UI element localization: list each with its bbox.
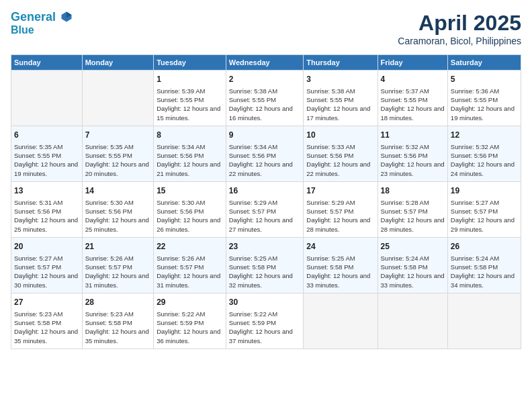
calendar-week-row: 27Sunrise: 5:23 AMSunset: 5:58 PMDayligh… <box>11 293 521 349</box>
day-info: Sunrise: 5:32 AMSunset: 5:56 PMDaylight:… <box>451 142 518 178</box>
day-info: Sunrise: 5:31 AMSunset: 5:56 PMDaylight:… <box>14 198 79 234</box>
day-number: 22 <box>157 241 223 253</box>
calendar-cell: 14Sunrise: 5:30 AMSunset: 5:56 PMDayligh… <box>82 181 154 237</box>
calendar-cell: 9Sunrise: 5:34 AMSunset: 5:56 PMDaylight… <box>226 126 304 181</box>
page-subtitle: Caramoran, Bicol, Philippines <box>398 36 521 46</box>
day-info: Sunrise: 5:23 AMSunset: 5:58 PMDaylight:… <box>14 310 79 345</box>
day-info: Sunrise: 5:26 AMSunset: 5:57 PMDaylight:… <box>157 254 223 289</box>
calendar-header-row: SundayMondayTuesdayWednesdayThursdayFrid… <box>11 55 521 71</box>
day-number: 19 <box>451 185 518 197</box>
day-info: Sunrise: 5:29 AMSunset: 5:57 PMDaylight:… <box>306 198 374 234</box>
page-header: General Blue April 2025 Caramoran, Bicol… <box>11 11 521 46</box>
calendar-table: SundayMondayTuesdayWednesdayThursdayFrid… <box>11 54 521 349</box>
page-title: April 2025 <box>398 11 521 36</box>
calendar-cell: 2Sunrise: 5:38 AMSunset: 5:55 PMDaylight… <box>226 71 304 126</box>
day-info: Sunrise: 5:28 AMSunset: 5:57 PMDaylight:… <box>381 198 445 234</box>
calendar-cell: 29Sunrise: 5:22 AMSunset: 5:59 PMDayligh… <box>154 293 226 349</box>
calendar-cell: 15Sunrise: 5:30 AMSunset: 5:56 PMDayligh… <box>154 181 226 237</box>
day-info: Sunrise: 5:24 AMSunset: 5:58 PMDaylight:… <box>381 254 445 289</box>
day-info: Sunrise: 5:22 AMSunset: 5:59 PMDaylight:… <box>157 310 223 345</box>
calendar-cell: 27Sunrise: 5:23 AMSunset: 5:58 PMDayligh… <box>11 293 83 349</box>
day-number: 27 <box>14 297 79 308</box>
day-number: 2 <box>229 74 301 85</box>
calendar-cell: 30Sunrise: 5:22 AMSunset: 5:59 PMDayligh… <box>226 293 304 349</box>
calendar-cell: 25Sunrise: 5:24 AMSunset: 5:58 PMDayligh… <box>378 237 447 293</box>
title-block: April 2025 Caramoran, Bicol, Philippines <box>398 11 521 46</box>
day-info: Sunrise: 5:23 AMSunset: 5:58 PMDaylight:… <box>85 310 151 345</box>
calendar-cell: 4Sunrise: 5:37 AMSunset: 5:55 PMDaylight… <box>378 71 447 126</box>
day-number: 11 <box>381 130 445 141</box>
day-info: Sunrise: 5:35 AMSunset: 5:55 PMDaylight:… <box>85 142 151 178</box>
calendar-cell: 7Sunrise: 5:35 AMSunset: 5:55 PMDaylight… <box>82 126 154 181</box>
day-number: 6 <box>14 130 79 141</box>
day-info: Sunrise: 5:33 AMSunset: 5:56 PMDaylight:… <box>306 142 374 178</box>
day-info: Sunrise: 5:36 AMSunset: 5:55 PMDaylight:… <box>451 87 518 122</box>
day-number: 29 <box>157 297 223 308</box>
day-info: Sunrise: 5:38 AMSunset: 5:55 PMDaylight:… <box>306 87 374 122</box>
calendar-cell: 16Sunrise: 5:29 AMSunset: 5:57 PMDayligh… <box>226 181 304 237</box>
calendar-cell: 22Sunrise: 5:26 AMSunset: 5:57 PMDayligh… <box>154 237 226 293</box>
day-info: Sunrise: 5:37 AMSunset: 5:55 PMDaylight:… <box>381 87 445 122</box>
day-header-monday: Monday <box>82 55 154 71</box>
day-number: 13 <box>14 185 79 197</box>
day-info: Sunrise: 5:27 AMSunset: 5:57 PMDaylight:… <box>451 198 518 234</box>
calendar-cell: 26Sunrise: 5:24 AMSunset: 5:58 PMDayligh… <box>447 237 521 293</box>
day-number: 14 <box>85 185 151 197</box>
calendar-cell: 8Sunrise: 5:34 AMSunset: 5:56 PMDaylight… <box>154 126 226 181</box>
calendar-cell <box>11 71 83 126</box>
day-info: Sunrise: 5:26 AMSunset: 5:57 PMDaylight:… <box>85 254 151 289</box>
calendar-cell: 13Sunrise: 5:31 AMSunset: 5:56 PMDayligh… <box>11 181 83 237</box>
day-number: 20 <box>14 241 79 253</box>
day-number: 7 <box>85 130 151 141</box>
day-number: 25 <box>381 241 445 253</box>
day-header-wednesday: Wednesday <box>226 55 304 71</box>
day-info: Sunrise: 5:30 AMSunset: 5:56 PMDaylight:… <box>157 198 223 234</box>
day-number: 24 <box>306 241 374 253</box>
calendar-cell: 23Sunrise: 5:25 AMSunset: 5:58 PMDayligh… <box>226 237 304 293</box>
day-info: Sunrise: 5:39 AMSunset: 5:55 PMDaylight:… <box>157 87 223 122</box>
calendar-cell <box>82 71 154 126</box>
day-info: Sunrise: 5:38 AMSunset: 5:55 PMDaylight:… <box>229 87 301 122</box>
day-number: 28 <box>85 297 151 308</box>
day-number: 5 <box>451 74 518 85</box>
calendar-cell <box>304 293 378 349</box>
day-info: Sunrise: 5:25 AMSunset: 5:58 PMDaylight:… <box>306 254 374 289</box>
day-number: 23 <box>229 241 301 253</box>
calendar-cell: 21Sunrise: 5:26 AMSunset: 5:57 PMDayligh… <box>82 237 154 293</box>
logo-icon <box>60 11 73 23</box>
day-header-sunday: Sunday <box>11 55 83 71</box>
day-number: 10 <box>306 130 374 141</box>
day-header-saturday: Saturday <box>447 55 521 71</box>
day-number: 30 <box>229 297 301 308</box>
day-number: 4 <box>381 74 445 85</box>
day-header-thursday: Thursday <box>304 55 378 71</box>
day-info: Sunrise: 5:24 AMSunset: 5:58 PMDaylight:… <box>451 254 518 289</box>
logo: General Blue <box>11 11 73 36</box>
day-header-friday: Friday <box>378 55 447 71</box>
calendar-cell: 19Sunrise: 5:27 AMSunset: 5:57 PMDayligh… <box>447 181 521 237</box>
day-info: Sunrise: 5:35 AMSunset: 5:55 PMDaylight:… <box>14 142 79 178</box>
calendar-cell: 10Sunrise: 5:33 AMSunset: 5:56 PMDayligh… <box>304 126 378 181</box>
calendar-cell: 17Sunrise: 5:29 AMSunset: 5:57 PMDayligh… <box>304 181 378 237</box>
day-number: 15 <box>157 185 223 197</box>
day-number: 17 <box>306 185 374 197</box>
calendar-cell: 18Sunrise: 5:28 AMSunset: 5:57 PMDayligh… <box>378 181 447 237</box>
day-info: Sunrise: 5:22 AMSunset: 5:59 PMDaylight:… <box>229 310 301 345</box>
day-number: 3 <box>306 74 374 85</box>
calendar-cell: 1Sunrise: 5:39 AMSunset: 5:55 PMDaylight… <box>154 71 226 126</box>
day-number: 26 <box>451 241 518 253</box>
day-info: Sunrise: 5:32 AMSunset: 5:56 PMDaylight:… <box>381 142 445 178</box>
day-number: 21 <box>85 241 151 253</box>
logo-text: General <box>11 11 73 24</box>
calendar-cell: 20Sunrise: 5:27 AMSunset: 5:57 PMDayligh… <box>11 237 83 293</box>
day-number: 12 <box>451 130 518 141</box>
day-number: 18 <box>381 185 445 197</box>
day-number: 8 <box>157 130 223 141</box>
day-info: Sunrise: 5:34 AMSunset: 5:56 PMDaylight:… <box>229 142 301 178</box>
calendar-cell <box>447 293 521 349</box>
day-number: 1 <box>157 74 223 85</box>
calendar-cell: 5Sunrise: 5:36 AMSunset: 5:55 PMDaylight… <box>447 71 521 126</box>
day-info: Sunrise: 5:30 AMSunset: 5:56 PMDaylight:… <box>85 198 151 234</box>
calendar-week-row: 1Sunrise: 5:39 AMSunset: 5:55 PMDaylight… <box>11 71 521 126</box>
calendar-cell: 12Sunrise: 5:32 AMSunset: 5:56 PMDayligh… <box>447 126 521 181</box>
